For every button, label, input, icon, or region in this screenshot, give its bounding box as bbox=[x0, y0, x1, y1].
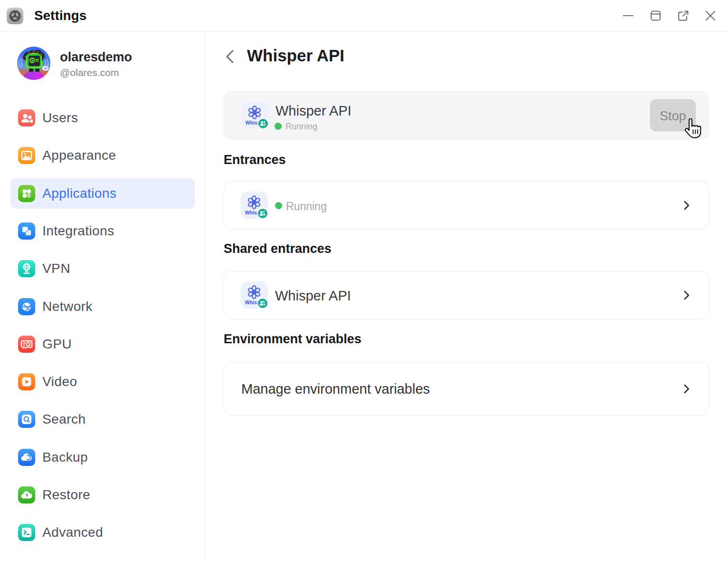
svg-text:HP: HP bbox=[44, 67, 48, 70]
